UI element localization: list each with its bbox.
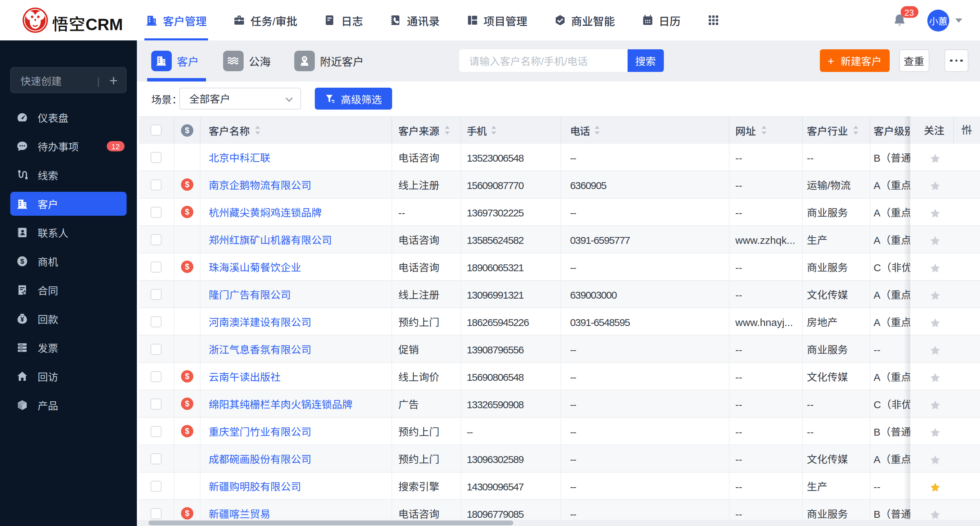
svg-text:$: $ [185,372,189,381]
svg-text:$: $ [185,509,189,518]
svg-text:$: $ [185,180,189,189]
svg-text:$: $ [185,262,189,271]
svg-text:$: $ [185,126,189,135]
svg-text:$: $ [185,399,189,408]
svg-text:$: $ [185,427,189,435]
svg-text:$: $ [185,207,189,217]
svg-text:$: $ [20,257,24,265]
